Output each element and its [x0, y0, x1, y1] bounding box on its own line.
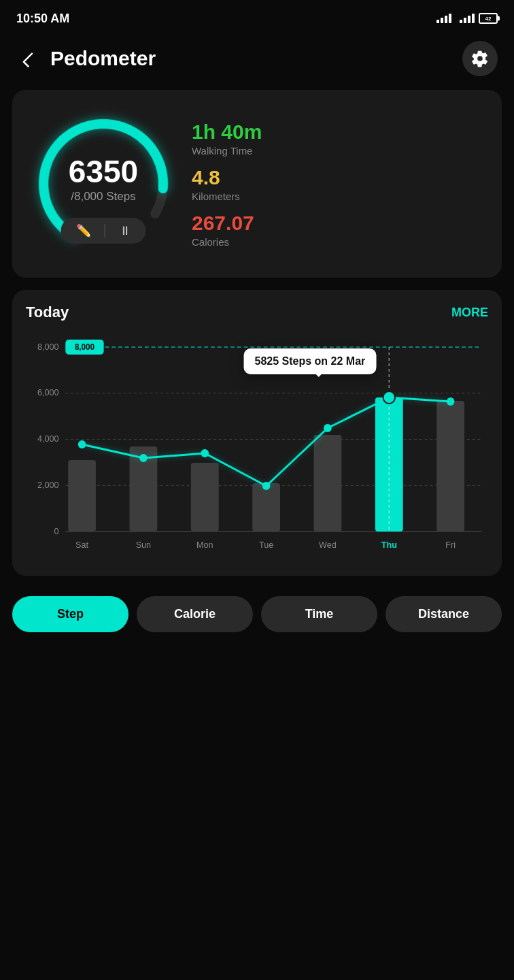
gear-icon — [471, 50, 489, 67]
svg-point-21 — [139, 454, 148, 462]
status-bar: 10:50 AM 42 — [0, 0, 514, 34]
walking-time-value: 1h 40m — [192, 120, 485, 144]
svg-rect-15 — [252, 483, 280, 532]
tooltip-text: 5825 Steps on 22 Mar — [255, 355, 366, 367]
status-icons: 42 — [436, 13, 498, 24]
kilometers-value: 4.8 — [192, 166, 485, 189]
signal-icon — [436, 14, 451, 23]
svg-text:Fri: Fri — [445, 540, 456, 550]
svg-text:Sun: Sun — [136, 540, 151, 550]
svg-text:0: 0 — [54, 526, 59, 536]
pause-icon[interactable]: ⏸ — [119, 224, 131, 238]
svg-text:4,000: 4,000 — [37, 434, 59, 444]
walking-time-label: Walking Time — [192, 145, 485, 157]
circle-controls: ✏️ ⏸ — [61, 218, 146, 244]
svg-point-25 — [383, 391, 395, 404]
chart-card: Today MORE 5825 Steps on 22 Mar 8,000 — [12, 290, 502, 576]
svg-point-20 — [78, 440, 86, 448]
steps-value: 6350 — [69, 156, 138, 187]
back-button[interactable] — [16, 46, 41, 71]
tab-time[interactable]: Time — [261, 596, 377, 632]
svg-rect-14 — [191, 463, 219, 532]
calories-label: Calories — [192, 236, 485, 248]
signal-icon-2 — [460, 14, 475, 23]
header-left: Pedometer — [16, 46, 156, 71]
svg-text:8,000: 8,000 — [37, 342, 59, 352]
svg-point-23 — [262, 482, 271, 490]
chart-header: Today MORE — [26, 304, 488, 321]
main-card: 6350 /8,000 Steps ✏️ ⏸ 1h 40m Walking Ti… — [12, 90, 502, 278]
controls-divider — [105, 224, 105, 238]
walking-time-stat: 1h 40m Walking Time — [192, 120, 485, 157]
steps-goal: /8,000 Steps — [69, 190, 138, 203]
svg-point-22 — [201, 449, 209, 457]
status-time: 10:50 AM — [16, 12, 69, 26]
header: Pedometer — [0, 34, 514, 90]
tab-distance[interactable]: Distance — [386, 596, 502, 632]
circle-text: 6350 /8,000 Steps — [69, 156, 138, 203]
chart-area: 5825 Steps on 22 Mar 8,000 6,000 4,000 2… — [26, 333, 488, 565]
tab-calorie[interactable]: Calorie — [137, 596, 253, 632]
calories-value: 267.07 — [192, 212, 485, 235]
svg-rect-12 — [68, 460, 96, 532]
kilometers-stat: 4.8 Kilometers — [192, 166, 485, 202]
chart-more-button[interactable]: MORE — [451, 306, 488, 320]
svg-text:Mon: Mon — [196, 540, 213, 550]
svg-point-26 — [447, 397, 455, 406]
tab-step[interactable]: Step — [12, 596, 128, 632]
svg-text:Thu: Thu — [381, 540, 397, 550]
battery-icon: 42 — [479, 13, 498, 24]
bottom-tabs: Step Calorie Time Distance — [0, 589, 514, 653]
edit-icon[interactable]: ✏️ — [76, 223, 91, 238]
svg-text:Tue: Tue — [259, 540, 273, 550]
svg-text:2,000: 2,000 — [37, 480, 59, 490]
svg-text:Sat: Sat — [75, 540, 88, 550]
svg-text:6,000: 6,000 — [37, 387, 59, 397]
chart-tooltip: 5825 Steps on 22 Mar — [244, 348, 377, 374]
calories-stat: 267.07 Calories — [192, 212, 485, 248]
svg-rect-16 — [314, 435, 342, 532]
step-progress-circle: 6350 /8,000 Steps ✏️ ⏸ — [29, 109, 178, 259]
svg-text:Wed: Wed — [319, 540, 337, 550]
svg-point-24 — [324, 424, 332, 432]
svg-rect-18 — [436, 401, 464, 532]
back-arrow-icon — [22, 52, 38, 68]
kilometers-label: Kilometers — [192, 191, 485, 202]
chart-title: Today — [26, 304, 69, 321]
stats-panel: 1h 40m Walking Time 4.8 Kilometers 267.0… — [192, 120, 485, 248]
page-title: Pedometer — [50, 47, 156, 70]
svg-text:8,000: 8,000 — [75, 342, 95, 352]
settings-button[interactable] — [462, 41, 498, 76]
